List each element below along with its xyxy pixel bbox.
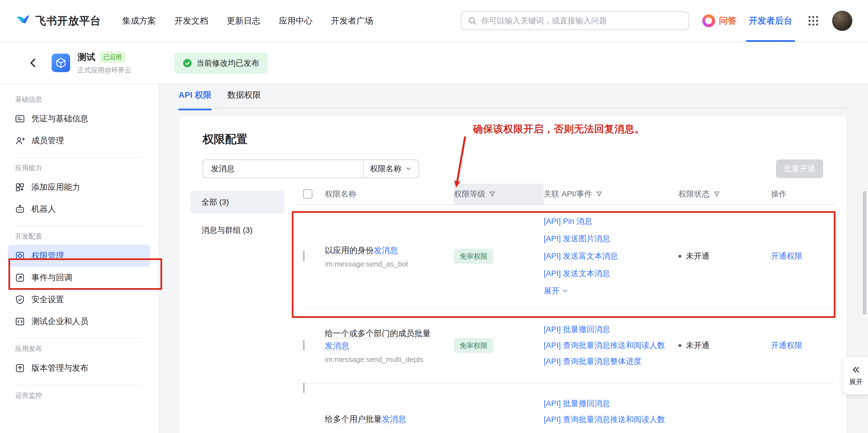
event-callback-icon bbox=[14, 272, 25, 283]
permission-search[interactable]: 权限名称 bbox=[203, 160, 419, 178]
sidebar-item-bot[interactable]: 机器人 bbox=[8, 198, 150, 220]
table-row: 给一个或多个部门的成员批量发消息 im:message:send_multi_d… bbox=[295, 308, 835, 383]
sidebar-item-events[interactable]: 事件与回调 bbox=[8, 267, 150, 289]
permission-config-card: 权限配置 权限名称 批量开通 全部 (3) 消息与群组 (3) 权限名称 bbox=[179, 115, 847, 433]
app-meta: 测试 已启用 正式应用@环界云 bbox=[78, 51, 131, 75]
search-field-select[interactable]: 权限名称 bbox=[363, 160, 418, 177]
sidebar-item-credentials[interactable]: 凭证与基础信息 bbox=[8, 108, 150, 130]
table-row: 以应用的身份发消息 im:message:send_as_bot 免审权限 [A… bbox=[295, 205, 835, 308]
publish-status-text: 当前修改均已发布 bbox=[196, 58, 259, 68]
sidebar: 基础信息 凭证与基础信息 成员管理 应用能力 添加应用能力 机器人 开发配置 bbox=[0, 84, 159, 433]
sidebar-divider bbox=[14, 157, 144, 158]
sidebar-divider bbox=[14, 226, 144, 226]
grid-plus-icon bbox=[14, 182, 25, 193]
global-search[interactable] bbox=[461, 11, 689, 30]
enabled-status-badge: 已启用 bbox=[100, 52, 125, 63]
sidebar-item-members[interactable]: 成员管理 bbox=[8, 130, 150, 152]
filter-funnel-icon[interactable] bbox=[489, 191, 496, 198]
code-brackets-icon bbox=[14, 316, 25, 327]
api-link[interactable]: [API] 查询批量消息推送和阅读人数 bbox=[544, 338, 670, 353]
chevron-down-icon bbox=[562, 288, 568, 294]
logo-text: 飞书开放平台 bbox=[35, 14, 101, 28]
status-cell: 未开通 bbox=[678, 251, 771, 261]
row-checkbox[interactable] bbox=[303, 383, 305, 393]
table-row: 给多个用户批量发消息 [API] 批量撤回消息 [API] 查询批量消息推送和阅… bbox=[295, 383, 835, 433]
expand-apis-link[interactable]: 展开 bbox=[544, 282, 670, 299]
sidebar-item-add-capability[interactable]: 添加应用能力 bbox=[8, 176, 150, 198]
api-link[interactable]: [API] 批量撤回消息 bbox=[544, 321, 670, 338]
robot-icon bbox=[14, 204, 25, 214]
api-link[interactable]: [API] 发送文本消息 bbox=[544, 265, 670, 282]
sidebar-item-security[interactable]: 安全设置 bbox=[8, 289, 150, 311]
api-link[interactable]: [API] 发送图片消息 bbox=[544, 230, 670, 248]
developer-console-tab[interactable]: 开发者后台 bbox=[749, 0, 792, 42]
nav-item-integration[interactable]: 集成方案 bbox=[122, 15, 156, 27]
user-avatar[interactable] bbox=[832, 11, 852, 31]
safe-icon bbox=[14, 251, 25, 261]
related-apis-cell: [API] 批量撤回消息 [API] 查询批量消息推送和阅读人数 [API] 查… bbox=[544, 308, 678, 383]
member-icon bbox=[14, 135, 25, 146]
app-launcher-button[interactable] bbox=[807, 14, 820, 27]
check-circle-icon bbox=[182, 58, 192, 68]
filter-funnel-icon[interactable] bbox=[596, 191, 603, 198]
permission-name-cell: 以应用的身份发消息 im:message:send_as_bot bbox=[325, 244, 454, 268]
permission-name-cell: 给多个用户批量发消息 bbox=[325, 383, 454, 425]
primary-nav: 集成方案 开发文档 更新日志 应用中心 开发者广场 bbox=[122, 15, 373, 27]
header-permission-level: 权限等级 bbox=[454, 184, 544, 204]
permission-scope: im:message:send_multi_depts bbox=[325, 355, 443, 364]
global-search-input[interactable] bbox=[481, 16, 682, 25]
shield-check-icon bbox=[14, 294, 25, 305]
back-button[interactable] bbox=[27, 57, 39, 69]
feishu-logo[interactable]: 飞书开放平台 bbox=[16, 13, 101, 28]
grid-icon bbox=[807, 14, 820, 27]
search-icon bbox=[468, 16, 477, 25]
permission-name[interactable]: 给一个或多个部门的成员批量发消息 bbox=[325, 329, 431, 351]
filter-item-all[interactable]: 全部 (3) bbox=[190, 191, 284, 213]
nav-item-dev-square[interactable]: 开发者广场 bbox=[331, 15, 373, 27]
permission-name[interactable]: 以应用的身份发消息 bbox=[325, 246, 398, 255]
sidebar-section-capability: 应用能力 bbox=[8, 164, 150, 172]
header-related-api: 关联 API/事件 bbox=[544, 184, 678, 204]
level-badge: 免审权限 bbox=[454, 249, 493, 264]
nav-item-app-center[interactable]: 应用中心 bbox=[279, 15, 312, 27]
sidebar-section-release: 应用发布 bbox=[8, 344, 150, 353]
nav-item-changelog[interactable]: 更新日志 bbox=[227, 15, 260, 27]
open-permission-link[interactable]: 开通权限 bbox=[771, 341, 802, 350]
api-link[interactable]: [API] 查询批量消息推送和阅读人数 bbox=[544, 412, 670, 427]
tab-data-permission[interactable]: 数据权限 bbox=[227, 89, 261, 110]
qa-entry[interactable]: 问答 bbox=[702, 14, 737, 27]
permission-scope: im:message:send_as_bot bbox=[325, 260, 443, 268]
sidebar-divider bbox=[14, 385, 144, 385]
expand-handle-label: 展开 bbox=[849, 377, 863, 386]
select-all-checkbox[interactable] bbox=[303, 189, 312, 199]
sidebar-item-test-org[interactable]: 测试企业和人员 bbox=[8, 311, 150, 333]
active-tab-underline bbox=[746, 40, 795, 42]
api-link[interactable]: [API] Pin 消息 bbox=[544, 212, 670, 230]
id-card-icon bbox=[14, 113, 25, 124]
sidebar-item-version[interactable]: 版本管理与发布 bbox=[8, 357, 150, 379]
open-permission-link[interactable]: 开通权限 bbox=[771, 252, 802, 260]
row-checkbox[interactable] bbox=[303, 251, 305, 261]
tab-api-permission[interactable]: API 权限 bbox=[179, 89, 212, 110]
api-link[interactable]: [API] 批量撤回消息 bbox=[544, 395, 670, 412]
collapse-panel-handle[interactable]: 展开 bbox=[844, 357, 868, 394]
filter-item-message-group[interactable]: 消息与群组 (3) bbox=[190, 219, 284, 241]
header-permission-status: 权限状态 bbox=[678, 184, 771, 204]
nav-item-docs[interactable]: 开发文档 bbox=[175, 15, 208, 27]
batch-open-button[interactable]: 批量开通 bbox=[776, 160, 823, 178]
feishu-bird-icon bbox=[16, 13, 30, 28]
chevron-down-icon bbox=[405, 165, 412, 172]
api-link[interactable]: [API] 发送富文本消息 bbox=[544, 248, 670, 265]
sidebar-section-dev-config: 开发配置 bbox=[8, 232, 150, 241]
vertical-scrollbar[interactable] bbox=[863, 191, 866, 315]
card-title: 权限配置 bbox=[203, 132, 247, 147]
permission-name[interactable]: 给多个用户批量发消息 bbox=[325, 414, 406, 424]
double-chevron-left-icon bbox=[851, 365, 861, 375]
permission-search-input[interactable] bbox=[203, 164, 363, 173]
tabs-divider bbox=[179, 108, 847, 108]
api-link[interactable]: [API] 查询批量消息整体进度 bbox=[544, 353, 670, 370]
sidebar-item-permissions[interactable]: 权限管理 bbox=[8, 245, 150, 267]
publish-arrow-icon bbox=[14, 363, 25, 373]
filter-funnel-icon[interactable] bbox=[713, 191, 720, 198]
row-checkbox[interactable] bbox=[303, 340, 305, 350]
